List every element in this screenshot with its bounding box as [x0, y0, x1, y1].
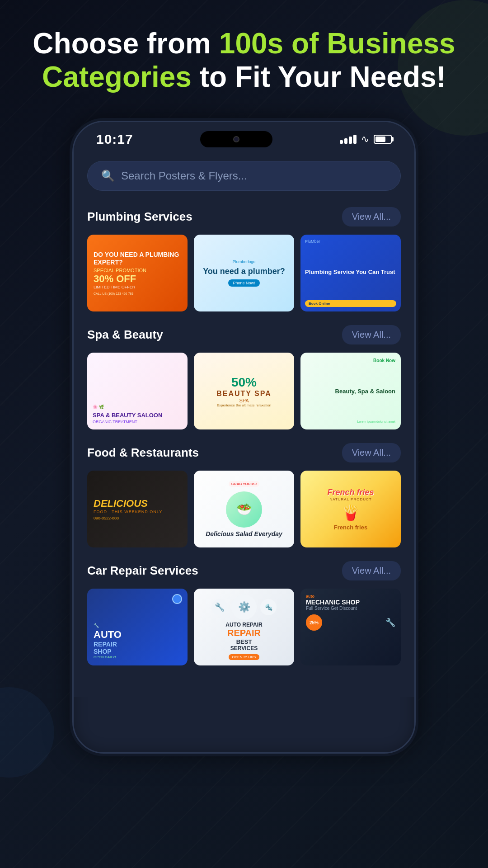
plumbing-c2-logo: Plumberlogo — [233, 259, 256, 264]
plumbing-c3-brand: PluMber — [305, 239, 320, 244]
spa-card-1[interactable]: 🌸 🌿 SPA & BEAUTY SALOON ORGANIC TREATMEN… — [87, 353, 188, 429]
spa-c2-discover: Experience the ultimate relaxation — [217, 403, 272, 407]
plumbing-c3-cta: Book Online — [305, 300, 396, 307]
car-c2-wrench-icon: 🔧 — [211, 599, 228, 615]
car-c2-best: BEST — [236, 638, 252, 645]
status-time: 10:17 — [96, 132, 133, 147]
food-card-2[interactable]: GRAB YOURS! 🥗 Delicious Salad Everyday — [194, 471, 294, 547]
spa-c2-pct: 50% — [231, 375, 257, 390]
hero-title: Choose from 100s of Business Categories … — [23, 27, 464, 94]
plumbing-c3-title: Plumbing Service You Can Trust — [305, 269, 396, 276]
plumbing-card-3[interactable]: PluMber Plumbing Service You Can Trust B… — [300, 235, 401, 311]
category-plumbing: Plumbing Services View All... DO YOU NEE… — [87, 207, 401, 311]
food-c2-grab: GRAB YOURS! — [229, 481, 260, 487]
plumbing-c3-title-text: Plumbing Service You Can Trust — [305, 269, 395, 275]
car-c2-open: OPEN 25 HRS — [229, 654, 260, 660]
spa-c2-spa: SPA — [239, 398, 249, 403]
plumbing-view-all[interactable]: View All... — [342, 207, 401, 226]
food-view-all[interactable]: View All... — [342, 443, 401, 462]
car-c2-repair: REPAIR — [227, 628, 261, 638]
plumbing-card-2[interactable]: Plumberlogo You need a plumber? Phone No… — [194, 235, 294, 311]
search-icon: 🔍 — [101, 170, 115, 182]
car-c2-gear-icon: ⚙️ — [231, 594, 257, 620]
car-c3-discount-row: 25% 🔧 — [306, 614, 395, 631]
notch-camera — [233, 136, 239, 142]
spa-view-all[interactable]: View All... — [342, 325, 401, 344]
plumbing-c1-call: CALL US (100) 123 456 789 — [94, 292, 181, 295]
car-card-2[interactable]: 🔧 ⚙️ 🔩 AUTO REPAIR REPAIR BEST SERVICES … — [194, 589, 294, 665]
category-food: Food & Restaurants View All... DELICIOUS… — [87, 443, 401, 547]
car-c3-mechanic-icon: 🔧 — [385, 618, 395, 627]
spa-c3-lorem: Lorem ipsum dolor sit amet — [306, 420, 395, 424]
car-c2-services: SERVICES — [230, 645, 258, 651]
wifi-icon: ∿ — [361, 133, 369, 145]
car-c1-repair: REPAIR — [94, 641, 181, 648]
car-c1-shop: SHOP — [94, 648, 181, 655]
food-card-3[interactable]: French fries NATURAL PRODUCT 🍟 French fr… — [300, 471, 401, 547]
plumbing-c1-promo: SPECIAL PROMOTION — [94, 268, 181, 273]
battery-icon — [374, 135, 392, 144]
spa-c3-title: Beauty, Spa & Saloon — [306, 388, 395, 395]
plumbing-header: Plumbing Services View All... — [87, 207, 401, 226]
plumbing-c1-limited: LIMITED TIME OFFER — [94, 285, 181, 289]
spa-c2-beauty: BEAUTY SPA — [216, 390, 272, 398]
spa-c1-flowers: 🌸 🌿 — [93, 405, 182, 409]
food-c3-icon: 🍟 — [342, 504, 360, 521]
category-car: Car Repair Services View All... 🔧 AUTO R… — [87, 561, 401, 665]
spa-cards-grid: 🌸 🌿 SPA & BEAUTY SALOON ORGANIC TREATMEN… — [87, 353, 401, 429]
spa-c1-sub: ORGANIC TREATMENT — [93, 420, 182, 424]
car-card-3[interactable]: auto MECHANIC SHOP Full Service Get Disc… — [300, 589, 401, 665]
food-c1-sub: FOOD · THIS WEEKEND ONLY — [94, 509, 181, 514]
car-c2-spanner-icon: 🔩 — [260, 599, 277, 615]
signal-icon — [340, 135, 357, 144]
spa-card-3-visual: Book Now Beauty, Spa & Saloon Lorem ipsu… — [300, 353, 401, 429]
plumbing-cards-grid: DO YOU NEED A PLUMBING EXPERT? SPECIAL P… — [87, 235, 401, 311]
signal-bar-1 — [340, 140, 343, 144]
car-view-all[interactable]: View All... — [342, 561, 401, 580]
phone-frame: 10:17 ∿ — [72, 121, 416, 754]
search-placeholder: Search Posters & Flyers... — [121, 170, 247, 182]
food-c1-phone: 098-8522-888 — [94, 516, 181, 520]
status-bar: 10:17 ∿ — [74, 122, 414, 152]
category-spa: Spa & Beauty View All... 🌸 🌿 SPA & BEAUT… — [87, 325, 401, 429]
car-c3-pct-badge: 25% — [306, 614, 322, 631]
car-card-1-visual: 🔧 AUTO REPAIR SHOP OPEN DAILY! — [87, 589, 188, 665]
plumbing-card-2-visual: Plumberlogo You need a plumber? Phone No… — [194, 235, 294, 311]
car-title: Car Repair Services — [87, 564, 198, 578]
car-c3-auto: auto — [306, 594, 395, 599]
food-c3-natural: NATURAL PRODUCT — [329, 497, 371, 501]
car-cards-grid: 🔧 AUTO REPAIR SHOP OPEN DAILY! 🔧 ⚙️ — [87, 589, 401, 665]
food-header: Food & Restaurants View All... — [87, 443, 401, 462]
car-c1-open: OPEN DAILY! — [94, 655, 181, 659]
food-cards-grid: DELICIOUS FOOD · THIS WEEKEND ONLY 098-8… — [87, 471, 401, 547]
hero-line3: to Fit Your Needs! — [192, 61, 446, 93]
food-card-3-visual: French fries NATURAL PRODUCT 🍟 French fr… — [300, 471, 401, 547]
hero-highlight: 100s of Business — [219, 27, 455, 60]
food-title: Food & Restaurants — [87, 446, 199, 460]
spa-title: Spa & Beauty — [87, 328, 163, 342]
plumbing-c1-off: 30% OFF — [94, 273, 181, 285]
car-c1-icon: 🔧 — [94, 623, 181, 628]
plumbing-c2-cta: Phone Now! — [228, 279, 259, 287]
spa-header: Spa & Beauty View All... — [87, 325, 401, 344]
car-card-2-visual: 🔧 ⚙️ 🔩 AUTO REPAIR REPAIR BEST SERVICES … — [194, 589, 294, 665]
phone-content: 🔍 Search Posters & Flyers... Plumbing Se… — [74, 152, 414, 697]
spa-card-1-visual: 🌸 🌿 SPA & BEAUTY SALOON ORGANIC TREATMEN… — [87, 353, 188, 429]
car-c1-logo — [172, 594, 182, 604]
food-card-1[interactable]: DELICIOUS FOOD · THIS WEEKEND ONLY 098-8… — [87, 471, 188, 547]
food-c2-salad-icon: 🥗 — [226, 491, 262, 528]
food-c2-main: Delicious Salad Everyday — [206, 530, 282, 538]
search-bar[interactable]: 🔍 Search Posters & Flyers... — [87, 161, 401, 191]
car-c3-full: Full Service Get Discount — [306, 606, 395, 611]
plumbing-c2-main: You need a plumber? — [203, 267, 285, 277]
plumbing-card-1[interactable]: DO YOU NEED A PLUMBING EXPERT? SPECIAL P… — [87, 235, 188, 311]
car-card-3-visual: auto MECHANIC SHOP Full Service Get Disc… — [300, 589, 401, 665]
food-c1-main: DELICIOUS — [94, 498, 181, 509]
food-c3-name: French fries — [334, 524, 367, 531]
signal-bar-2 — [344, 138, 347, 144]
spa-c1-title: SPA & BEAUTY SALOON — [93, 412, 182, 419]
car-c3-mech: MECHANIC SHOP — [306, 599, 395, 606]
spa-card-3[interactable]: Book Now Beauty, Spa & Saloon Lorem ipsu… — [300, 353, 401, 429]
car-card-1[interactable]: 🔧 AUTO REPAIR SHOP OPEN DAILY! — [87, 589, 188, 665]
spa-card-2[interactable]: 50% BEAUTY SPA SPA Experience the ultima… — [194, 353, 294, 429]
